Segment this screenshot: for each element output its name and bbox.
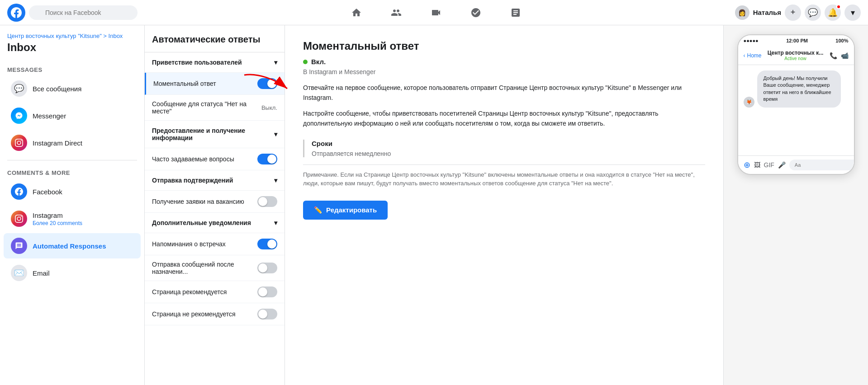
detail-status: Вкл. <box>303 58 705 66</box>
topnav-right: 👩 Наталья + 💬 🔔 ▾ <box>735 5 861 21</box>
home-icon[interactable] <box>347 4 365 22</box>
sidebar-item-messenger[interactable]: Messenger <box>4 103 141 128</box>
messenger-button[interactable]: 💬 <box>805 5 821 21</box>
sidebar-item-facebook[interactable]: Facebook <box>4 179 141 204</box>
post-assign-label: Отправка сообщений после назначени... <box>152 261 257 275</box>
phone-page-avatar: 🦊 <box>744 97 754 108</box>
edit-button[interactable]: ✏️ Редактировать <box>303 201 388 220</box>
phone-frame: ●●●●● 12:00 PM 100% ‹ Home Центр восточн… <box>737 34 855 175</box>
settings-section-info-header[interactable]: Предоставление и получение информации ▾ <box>145 121 285 148</box>
sidebar: Центр восточных культур "Kitsune" > Inbo… <box>0 25 145 385</box>
page-recommend-toggle[interactable] <box>257 286 277 297</box>
email-icon: ✉️ <box>11 265 27 281</box>
faq-toggle[interactable] <box>257 154 277 164</box>
instagram-icon <box>11 211 27 227</box>
page-not-recommend-toggle[interactable] <box>257 309 277 319</box>
phone-time: 12:00 PM <box>786 38 808 43</box>
phone-video-icon[interactable]: 📹 <box>841 52 849 59</box>
breadcrumb[interactable]: Центр восточных культур "Kitsune" > Inbo… <box>0 25 144 41</box>
notification-dot <box>836 5 841 9</box>
phone-mic-icon[interactable]: 🎤 <box>778 161 786 169</box>
detail-desc1: Отвечайте на первое сообщение, которое п… <box>303 83 705 103</box>
facebook-label: Facebook <box>33 188 62 196</box>
post-assign-toggle[interactable] <box>257 263 277 273</box>
job-app-label: Получение заявки на вакансию <box>152 198 244 205</box>
settings-row-away-message[interactable]: Сообщение для статуса "Нет на месте" Вык… <box>145 95 285 121</box>
phone-message-bubble: Добрый день! Мы получили Ваше сообщение,… <box>757 70 841 108</box>
all-messages-label: Все сообщения <box>33 85 81 93</box>
facebook-logo[interactable] <box>7 4 25 22</box>
settings-row-job-app[interactable]: Получение заявки на вакансию <box>145 191 285 213</box>
settings-row-instant-reply[interactable]: Моментальный ответ <box>145 73 285 95</box>
instagram-sub: Более 20 comments <box>33 220 82 226</box>
settings-section-info: Предоставление и получение информации ▾ … <box>145 121 285 170</box>
sidebar-item-automated-responses[interactable]: Automated Responses <box>4 233 141 258</box>
info-chevron-icon: ▾ <box>274 131 277 138</box>
phone-image-icon[interactable]: 🖼 <box>754 161 760 169</box>
settings-section-confirmations-header[interactable]: Отправка подтверждений ▾ <box>145 170 285 191</box>
topnav: 🔍 👩 Наталья + 💬 🔔 ▾ <box>0 0 868 25</box>
phone-plus-icon[interactable]: ⊕ <box>744 160 750 170</box>
settings-section-notifications: Дополнительные уведомления ▾ Напоминания… <box>145 213 285 325</box>
settings-row-page-recommend[interactable]: Страница рекомендуется <box>145 281 285 303</box>
settings-row-faq[interactable]: Часто задаваемые вопросы <box>145 148 285 170</box>
settings-row-meeting-reminders[interactable]: Напоминания о встречах <box>145 233 285 255</box>
instagram-direct-icon <box>11 135 27 151</box>
meeting-reminders-toggle[interactable] <box>257 239 277 249</box>
sidebar-item-all-messages[interactable]: 💬 Все сообщения <box>4 76 141 101</box>
phone-signal: ●●●●● <box>744 38 759 43</box>
instant-reply-toggle[interactable] <box>257 78 277 89</box>
main-wrap: Центр восточных культур "Kitsune" > Inbo… <box>0 25 868 385</box>
menu-button[interactable]: ▾ <box>844 5 861 21</box>
video-icon[interactable] <box>427 4 445 22</box>
away-message-value: Выкл. <box>261 104 277 111</box>
notification-wrap: 🔔 <box>825 5 841 21</box>
avatar[interactable]: 👩 <box>735 5 749 20</box>
sidebar-section-messages-label: Messages <box>0 61 144 75</box>
people-icon[interactable] <box>387 4 405 22</box>
settings-row-post-assign[interactable]: Отправка сообщений после назначени... <box>145 255 285 281</box>
phone-battery: 100% <box>835 38 848 43</box>
phone-back-button[interactable]: ‹ Home <box>744 52 762 59</box>
pages-icon[interactable] <box>507 4 525 22</box>
phone-back-label: Home <box>747 52 762 59</box>
add-button[interactable]: + <box>785 5 801 21</box>
status-on-label: Вкл. <box>311 58 326 66</box>
confirmations-chevron-icon: ▾ <box>274 177 277 184</box>
toggle-knob-recommend <box>258 287 267 296</box>
phone-panel: ●●●●● 12:00 PM 100% ‹ Home Центр восточн… <box>723 25 868 385</box>
sidebar-item-email[interactable]: ✉️ Email <box>4 260 141 286</box>
sidebar-item-instagram-direct[interactable]: Instagram Direct <box>4 130 141 155</box>
edit-button-label: Редактировать <box>326 206 377 214</box>
phone-chat-area: 🦊 Добрый день! Мы получили Ваше сообщени… <box>738 65 854 155</box>
detail-desc2: Настройте сообщение, чтобы приветствоват… <box>303 108 705 129</box>
toggle-knob-faq <box>267 155 276 164</box>
sidebar-divider <box>7 160 137 160</box>
instant-reply-label: Моментальный ответ <box>153 80 216 87</box>
search-input[interactable] <box>29 5 138 20</box>
notifications-section-label: Дополнительные уведомления <box>152 219 251 226</box>
phone-input-bar: ⊕ 🖼 GIF 🎤 😊 👍 <box>738 155 854 174</box>
detail-note: Примечание. Если на Странице Центр восто… <box>303 164 705 193</box>
detail-channels: В Instagram и Messenger <box>303 68 705 75</box>
groups-icon[interactable] <box>467 4 485 22</box>
settings-section-notifications-header[interactable]: Дополнительные уведомления ▾ <box>145 213 285 233</box>
job-app-toggle[interactable] <box>257 196 277 207</box>
settings-row-page-not-recommend[interactable]: Страница не рекомендуется <box>145 303 285 325</box>
toggle-knob-not-recommend <box>258 310 267 319</box>
phone-status-bar: ●●●●● 12:00 PM 100% <box>738 35 854 46</box>
page-not-recommend-label: Страница не рекомендуется <box>152 310 236 318</box>
autoresponse-icon <box>11 238 27 254</box>
detail-panel: Моментальный ответ Вкл. В Instagram и Me… <box>285 25 723 385</box>
phone-input-field[interactable] <box>789 160 855 170</box>
phone-gif-icon[interactable]: GIF <box>764 161 774 169</box>
settings-section-greeting-header[interactable]: Приветствие пользователей ▾ <box>145 52 285 73</box>
phone-page-name: Центр восточных к... <box>768 50 824 56</box>
instagram-content: Instagram Более 20 comments <box>33 211 82 226</box>
edit-icon: ✏️ <box>314 206 323 214</box>
phone-call-icon[interactable]: 📞 <box>830 52 837 59</box>
settings-section-confirmations: Отправка подтверждений ▾ Получение заявк… <box>145 170 285 213</box>
sidebar-item-instagram[interactable]: Instagram Более 20 comments <box>4 206 141 231</box>
content-area: Автоматические ответы Приветствие пользо… <box>145 25 868 385</box>
faq-label: Часто задаваемые вопросы <box>152 155 234 163</box>
